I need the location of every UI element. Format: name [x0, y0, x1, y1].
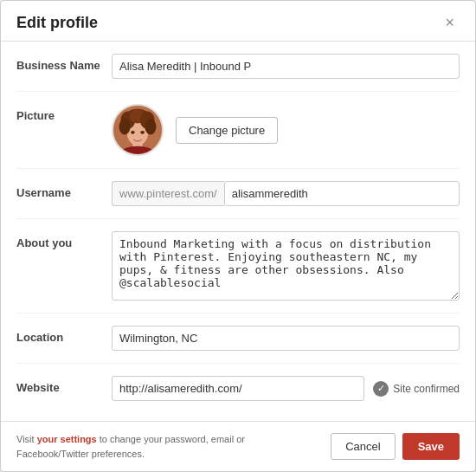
about-you-label: About you — [16, 231, 112, 249]
save-button[interactable]: Save — [402, 433, 460, 460]
location-control — [112, 326, 460, 351]
modal-footer: Visit your settings to change your passw… — [1, 421, 475, 471]
picture-wrap: Change picture — [112, 104, 278, 156]
picture-label: Picture — [16, 104, 112, 122]
footer-note: Visit your settings to change your passw… — [16, 432, 293, 461]
checkmark-icon: ✓ — [373, 381, 389, 397]
business-name-row: Business Name — [16, 42, 460, 92]
settings-link[interactable]: your settings — [37, 434, 97, 444]
website-input[interactable] — [112, 376, 364, 401]
svg-point-10 — [131, 131, 135, 134]
website-label: Website — [16, 376, 112, 394]
svg-point-6 — [119, 119, 131, 135]
business-name-input[interactable] — [112, 54, 460, 79]
svg-point-11 — [140, 131, 145, 134]
cancel-button[interactable]: Cancel — [331, 433, 395, 460]
website-row: Website ✓ Site confirmed — [16, 364, 460, 413]
location-row: Location — [16, 314, 460, 364]
footer-buttons: Cancel Save — [331, 433, 460, 460]
modal-body: Business Name Picture — [1, 42, 475, 421]
site-confirmed-label: Site confirmed — [393, 383, 460, 395]
svg-point-7 — [145, 119, 156, 135]
modal-header: Edit profile × — [1, 1, 475, 42]
picture-row: Picture — [16, 92, 460, 169]
edit-profile-modal: Edit profile × Business Name Picture — [0, 0, 476, 472]
about-you-row: About you Inbound Marketing with a focus… — [16, 219, 460, 314]
url-prefix: www.pinterest.com/ — [112, 181, 224, 206]
username-row: Username www.pinterest.com/ — [16, 169, 460, 219]
username-label: Username — [16, 181, 112, 199]
business-name-label: Business Name — [16, 54, 112, 72]
username-wrap: www.pinterest.com/ — [112, 181, 460, 206]
username-input[interactable] — [224, 181, 460, 206]
website-control: ✓ Site confirmed — [112, 376, 460, 401]
picture-control: Change picture — [112, 104, 460, 156]
about-you-textarea[interactable]: Inbound Marketing with a focus on distri… — [112, 231, 460, 301]
avatar — [112, 104, 164, 156]
change-picture-button[interactable]: Change picture — [176, 117, 278, 144]
business-name-control — [112, 54, 460, 79]
modal-title: Edit profile — [16, 14, 98, 32]
website-wrap: ✓ Site confirmed — [112, 376, 460, 401]
location-label: Location — [16, 326, 112, 344]
about-you-control: Inbound Marketing with a focus on distri… — [112, 231, 460, 301]
location-input[interactable] — [112, 326, 460, 351]
footer-note-prefix: Visit — [16, 434, 37, 444]
username-control: www.pinterest.com/ — [112, 181, 460, 206]
site-confirmed-badge: ✓ Site confirmed — [373, 381, 460, 397]
close-button[interactable]: × — [440, 13, 460, 32]
